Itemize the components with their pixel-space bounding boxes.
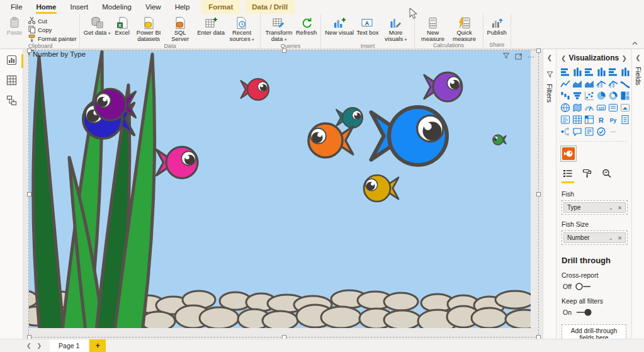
- add-drill-through-fields-dropzone[interactable]: Add drill-through fields here: [562, 324, 626, 339]
- ribbon-tab-format[interactable]: Format: [201, 0, 240, 14]
- fish-size-well[interactable]: Number⌄✕: [562, 230, 628, 245]
- fish-well[interactable]: Type⌄✕: [562, 200, 628, 215]
- expand-visualizations-icon[interactable]: ❯: [622, 55, 627, 62]
- gauge-icon[interactable]: [584, 103, 594, 113]
- kpi-icon[interactable]: [620, 103, 630, 113]
- new-visual-button[interactable]: New visual: [324, 14, 355, 36]
- decomposition-tree-icon[interactable]: [560, 127, 570, 137]
- paste-button[interactable]: Paste: [4, 14, 25, 36]
- resize-handle[interactable]: [27, 48, 31, 53]
- stacked-area-chart-icon[interactable]: [584, 79, 594, 89]
- text-box-icon: A: [361, 16, 374, 30]
- aquarium-custom-visual[interactable]: [560, 145, 577, 162]
- report-view-button[interactable]: [0, 53, 23, 69]
- stacked-bar-chart-icon[interactable]: [560, 67, 570, 77]
- power-bi-datasets-button[interactable]: Power BI datasets: [133, 14, 164, 42]
- page-tab[interactable]: Page 1: [50, 339, 88, 352]
- map-icon[interactable]: [560, 103, 570, 113]
- r-script-icon[interactable]: R: [596, 115, 606, 125]
- refresh-button[interactable]: Refresh: [295, 14, 318, 36]
- clustered-bar-chart-icon[interactable]: [584, 67, 594, 77]
- more-visuals-button[interactable]: More visuals ▾: [380, 14, 412, 43]
- line-chart-icon[interactable]: [560, 79, 570, 89]
- card-icon[interactable]: 123: [596, 103, 606, 113]
- area-chart-icon[interactable]: [572, 79, 582, 89]
- expand-fields-icon[interactable]: ❮: [635, 54, 640, 61]
- line-clustered-column-chart-icon[interactable]: [608, 79, 618, 89]
- python-script-icon[interactable]: Py: [608, 115, 618, 125]
- matrix-icon[interactable]: [584, 115, 594, 125]
- collapse-ribbon-icon[interactable]: [632, 42, 638, 45]
- filled-map-icon[interactable]: [572, 103, 582, 113]
- copy-button[interactable]: Copy: [28, 25, 77, 34]
- cut-button[interactable]: Cut: [28, 16, 77, 25]
- text-box-button[interactable]: AText box: [355, 14, 380, 36]
- 100-stacked-bar-chart-icon[interactable]: [608, 67, 618, 77]
- ribbon-tab-home[interactable]: Home: [30, 0, 64, 14]
- model-view-button[interactable]: [0, 93, 23, 110]
- new-page-button[interactable]: +: [89, 339, 106, 352]
- excel-button[interactable]: XExcel: [111, 14, 133, 36]
- smart-narrative-icon[interactable]: [584, 127, 594, 137]
- ribbon-tab-modeling[interactable]: Modeling: [95, 0, 138, 14]
- ribbon-chart-icon[interactable]: [620, 79, 630, 89]
- keep-all-filters-toggle[interactable]: On: [562, 308, 631, 317]
- enter-data-button[interactable]: Enter data: [196, 14, 226, 36]
- recent-sources-button[interactable]: Recent sources ▾: [226, 14, 257, 43]
- remove-field-icon[interactable]: ✕: [618, 235, 622, 241]
- transform-data-button[interactable]: Transform data ▾: [263, 14, 295, 43]
- table-icon[interactable]: [572, 115, 582, 125]
- data-view-button[interactable]: [0, 73, 23, 89]
- donut-chart-icon[interactable]: [608, 91, 618, 101]
- more-options-icon[interactable]: ⋯: [608, 127, 618, 137]
- previous-page-icon[interactable]: ❮: [26, 343, 31, 349]
- ribbon-tab-file[interactable]: File: [4, 0, 30, 14]
- format-tab[interactable]: [582, 169, 592, 183]
- publish-button[interactable]: Publish: [486, 14, 508, 36]
- clustered-column-chart-icon[interactable]: [596, 67, 606, 77]
- more-options-icon[interactable]: ⋯: [528, 54, 535, 59]
- ribbon-tab-data-drill[interactable]: Data / Drill: [245, 0, 295, 14]
- focus-mode-icon[interactable]: [515, 51, 523, 62]
- resize-handle[interactable]: [536, 48, 541, 53]
- resize-handle[interactable]: [27, 192, 31, 196]
- chevron-down-icon[interactable]: ⌄: [609, 205, 613, 211]
- slicer-icon[interactable]: [560, 115, 570, 125]
- collapse-visualizations-icon[interactable]: ❮: [561, 55, 566, 62]
- resize-handle[interactable]: [536, 192, 541, 196]
- line-stacked-column-chart-icon[interactable]: [596, 79, 606, 89]
- quick-measure-button[interactable]: Quick measure: [449, 14, 480, 42]
- filters-pane-collapsed[interactable]: ❮ Filters: [543, 49, 556, 339]
- report-canvas[interactable]: Number by Type ⋯: [23, 49, 543, 339]
- analytics-tab[interactable]: [602, 169, 612, 183]
- ribbon-tab-view[interactable]: View: [138, 0, 168, 14]
- fields-tab[interactable]: [563, 169, 573, 183]
- qa-icon[interactable]: [572, 127, 582, 137]
- aquarium-visual-container[interactable]: Number by Type ⋯: [28, 50, 539, 338]
- filter-icon[interactable]: [502, 51, 510, 62]
- new-measure-button[interactable]: New measure: [417, 14, 449, 42]
- stacked-column-chart-icon[interactable]: [572, 67, 582, 77]
- next-page-icon[interactable]: ❯: [37, 343, 42, 349]
- paginated-report-icon[interactable]: [620, 115, 630, 125]
- resize-handle[interactable]: [282, 48, 286, 53]
- scatter-chart-icon[interactable]: [584, 91, 594, 101]
- remove-field-icon[interactable]: ✕: [618, 205, 622, 211]
- waterfall-chart-icon[interactable]: [560, 91, 570, 101]
- funnel-chart-icon[interactable]: [572, 91, 582, 101]
- pie-chart-icon[interactable]: [596, 91, 606, 101]
- sql-server-button[interactable]: SQL Server: [164, 14, 196, 42]
- cross-report-toggle[interactable]: Off: [562, 282, 631, 291]
- fields-pane-collapsed[interactable]: ❮ Fields: [631, 49, 644, 339]
- format-painter-button[interactable]: Format painter: [28, 34, 77, 43]
- treemap-icon[interactable]: [620, 91, 630, 101]
- 100-stacked-column-chart-icon[interactable]: [620, 67, 630, 77]
- chevron-down-icon[interactable]: ⌄: [609, 235, 613, 241]
- get-data-button[interactable]: Get data ▾: [82, 14, 111, 37]
- metrics-icon[interactable]: [596, 127, 606, 137]
- aquarium-chart[interactable]: [29, 50, 531, 328]
- multi-row-card-icon[interactable]: [608, 103, 618, 113]
- ribbon-tab-help[interactable]: Help: [168, 0, 197, 14]
- ribbon-tab-insert[interactable]: Insert: [63, 0, 95, 14]
- expand-filters-icon[interactable]: ❮: [547, 54, 552, 61]
